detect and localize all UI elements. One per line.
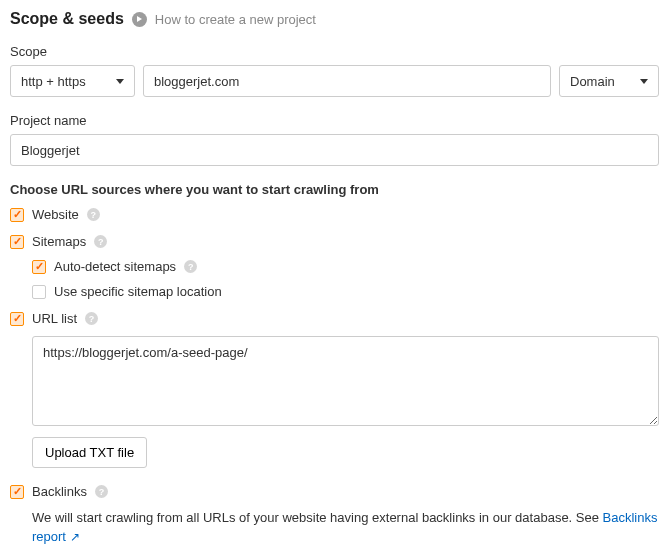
url-list-checkbox[interactable] xyxy=(10,312,24,326)
sitemaps-label: Sitemaps xyxy=(32,234,86,249)
backlinks-label: Backlinks xyxy=(32,484,87,499)
website-label: Website xyxy=(32,207,79,222)
scope-domain-input[interactable] xyxy=(143,65,551,97)
source-url-list: URL list Upload TXT file xyxy=(10,311,659,468)
protocol-value: http + https xyxy=(21,74,86,89)
source-website: Website xyxy=(10,207,659,222)
specific-sitemap-label: Use specific sitemap location xyxy=(54,284,222,299)
external-link-icon: ↗ xyxy=(70,529,80,546)
website-checkbox[interactable] xyxy=(10,208,24,222)
section-header: Scope & seeds How to create a new projec… xyxy=(10,10,659,28)
mode-select[interactable]: Domain xyxy=(559,65,659,97)
backlinks-desc-text: We will start crawling from all URLs of … xyxy=(32,510,603,525)
chevron-down-icon xyxy=(116,79,124,84)
help-icon[interactable] xyxy=(95,485,108,498)
backlinks-description: We will start crawling from all URLs of … xyxy=(32,509,659,547)
upload-txt-button[interactable]: Upload TXT file xyxy=(32,437,147,468)
scope-label: Scope xyxy=(10,44,659,59)
chevron-down-icon xyxy=(640,79,648,84)
help-icon[interactable] xyxy=(184,260,197,273)
project-name-row xyxy=(10,134,659,166)
project-name-input[interactable] xyxy=(10,134,659,166)
source-sitemaps: Sitemaps Auto-detect sitemaps Use specif… xyxy=(10,234,659,299)
specific-sitemap-checkbox[interactable] xyxy=(32,285,46,299)
backlinks-checkbox[interactable] xyxy=(10,485,24,499)
mode-value: Domain xyxy=(570,74,615,89)
source-backlinks: Backlinks We will start crawling from al… xyxy=(10,484,659,547)
help-how-to-link[interactable]: How to create a new project xyxy=(155,12,316,27)
sources-heading: Choose URL sources where you want to sta… xyxy=(10,182,659,197)
help-icon[interactable] xyxy=(94,235,107,248)
section-title: Scope & seeds xyxy=(10,10,124,28)
url-list-label: URL list xyxy=(32,311,77,326)
sitemaps-checkbox[interactable] xyxy=(10,235,24,249)
auto-detect-label: Auto-detect sitemaps xyxy=(54,259,176,274)
url-list-textarea[interactable] xyxy=(32,336,659,426)
play-icon[interactable] xyxy=(132,12,147,27)
protocol-select[interactable]: http + https xyxy=(10,65,135,97)
scope-row: http + https Domain xyxy=(10,65,659,97)
project-name-label: Project name xyxy=(10,113,659,128)
help-icon[interactable] xyxy=(85,312,98,325)
auto-detect-checkbox[interactable] xyxy=(32,260,46,274)
help-icon[interactable] xyxy=(87,208,100,221)
